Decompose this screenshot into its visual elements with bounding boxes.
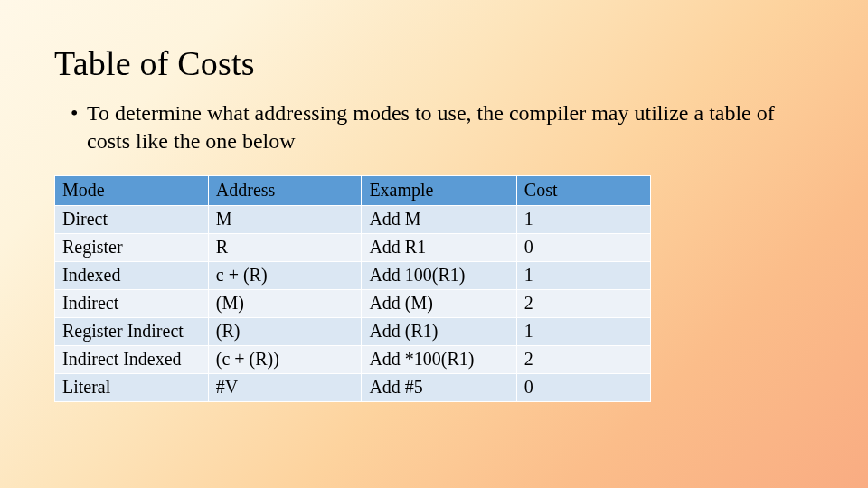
cell-example: Add (M)	[362, 290, 516, 318]
cell-address: (R)	[208, 318, 362, 346]
cell-example: Add R1	[362, 234, 516, 262]
col-header-mode: Mode	[55, 176, 209, 206]
bullet-marker: •	[71, 99, 87, 155]
cell-address: (M)	[208, 290, 362, 318]
cell-example: Add M	[362, 206, 516, 234]
col-header-cost: Cost	[516, 176, 650, 206]
cell-example: Add (R1)	[362, 318, 516, 346]
cell-mode: Literal	[55, 374, 209, 402]
cell-mode: Indirect	[55, 290, 209, 318]
cell-address: R	[208, 234, 362, 262]
cell-address: M	[208, 206, 362, 234]
table-row: Indirect Indexed (c + (R)) Add *100(R1) …	[55, 346, 651, 374]
cell-mode: Register	[55, 234, 209, 262]
table-row: Direct M Add M 1	[55, 206, 651, 234]
cell-address: #V	[208, 374, 362, 402]
cell-cost: 0	[516, 374, 650, 402]
cell-cost: 2	[516, 346, 650, 374]
table-row: Indexed c + (R) Add 100(R1) 1	[55, 262, 651, 290]
cell-example: Add *100(R1)	[362, 346, 516, 374]
cell-mode: Direct	[55, 206, 209, 234]
table-row: Register R Add R1 0	[55, 234, 651, 262]
cell-cost: 1	[516, 318, 650, 346]
table-header-row: Mode Address Example Cost	[55, 176, 651, 206]
cell-cost: 1	[516, 206, 650, 234]
col-header-address: Address	[208, 176, 362, 206]
cell-example: Add 100(R1)	[362, 262, 516, 290]
table-row: Register Indirect (R) Add (R1) 1	[55, 318, 651, 346]
page-title: Table of Costs	[54, 43, 814, 83]
bullet-list: • To determine what addressing modes to …	[71, 99, 814, 155]
table-row: Literal #V Add #5 0	[55, 374, 651, 402]
cell-mode: Indexed	[55, 262, 209, 290]
bullet-text: To determine what addressing modes to us…	[87, 99, 814, 155]
slide: Table of Costs • To determine what addre…	[0, 0, 868, 488]
cell-address: (c + (R))	[208, 346, 362, 374]
table-row: Indirect (M) Add (M) 2	[55, 290, 651, 318]
col-header-example: Example	[362, 176, 516, 206]
costs-table: Mode Address Example Cost Direct M Add M…	[54, 175, 651, 402]
cell-example: Add #5	[362, 374, 516, 402]
cell-mode: Indirect Indexed	[55, 346, 209, 374]
cell-address: c + (R)	[208, 262, 362, 290]
cell-cost: 1	[516, 262, 650, 290]
cell-cost: 0	[516, 234, 650, 262]
cell-cost: 2	[516, 290, 650, 318]
cell-mode: Register Indirect	[55, 318, 209, 346]
bullet-item: • To determine what addressing modes to …	[71, 99, 814, 155]
